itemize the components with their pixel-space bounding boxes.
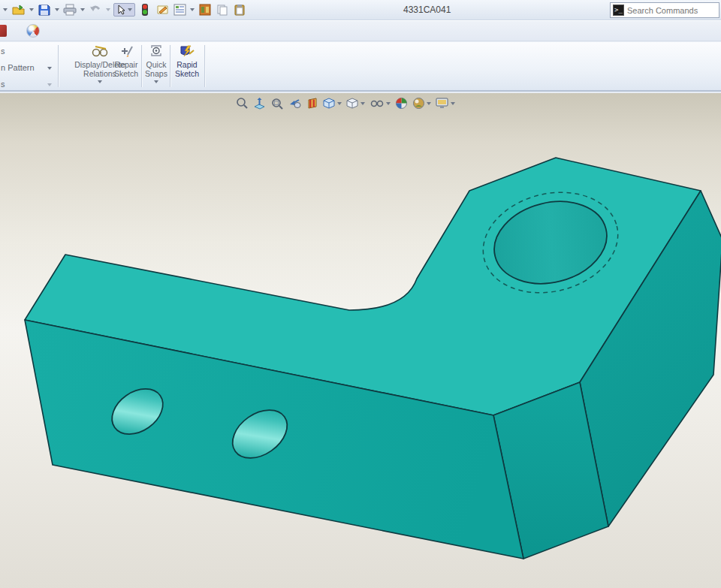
cursor-arrow-icon: [116, 5, 125, 15]
snap-target-icon: [149, 44, 164, 59]
glasses-pencil-icon: [91, 44, 109, 59]
ribbon-separator: [170, 45, 170, 87]
part-3d-view[interactable]: [0, 93, 721, 588]
hide-show-items-button[interactable]: [370, 97, 391, 110]
print-icon[interactable]: [62, 2, 77, 17]
save-icon[interactable]: [37, 2, 52, 17]
part-body[interactable]: [25, 158, 721, 559]
render-sphere-icon[interactable]: [26, 24, 40, 38]
ribbon-separator: [141, 45, 142, 87]
title-bar: 4331CA041 >_: [0, 0, 721, 20]
quick-snaps-dropdown[interactable]: [154, 80, 158, 83]
lightning-pencil-icon: [179, 44, 195, 59]
button-label: Sketch: [114, 69, 138, 78]
command-prompt-icon: >_: [613, 5, 624, 16]
save-dropdown[interactable]: [54, 2, 60, 17]
design-library-list-icon[interactable]: [172, 2, 187, 17]
rapid-sketch-button[interactable]: Rapid Sketch: [171, 44, 203, 89]
apply-scene-button[interactable]: [412, 97, 431, 110]
undo-icon[interactable]: [88, 2, 103, 17]
select-cursor-tool[interactable]: [113, 3, 135, 17]
button-label: Rapid: [176, 60, 197, 69]
sketch-ribbon: s n Pattern s Display/Delete Relations R…: [0, 42, 721, 92]
view-settings-dropdown[interactable]: [451, 102, 455, 105]
apply-scene-dropdown[interactable]: [427, 102, 431, 105]
ribbon-separator: [58, 45, 59, 87]
paste-icon[interactable]: [232, 2, 247, 17]
search-commands-box[interactable]: >_: [610, 2, 719, 18]
commandmanager-tab-row: [0, 20, 721, 41]
clipped-red-document-icon[interactable]: [0, 25, 7, 37]
previous-view-button[interactable]: [288, 97, 302, 110]
print-dropdown[interactable]: [80, 2, 86, 17]
section-view-button[interactable]: [306, 97, 318, 110]
open-folder-icon[interactable]: [11, 2, 26, 17]
open-dropdown[interactable]: [29, 2, 35, 17]
button-label: Sketch: [175, 69, 199, 78]
toolbox-icon[interactable]: [198, 2, 213, 17]
button-label: Repair: [115, 60, 138, 69]
clipped-label-1: s: [1, 47, 5, 56]
zoom-to-fit-button[interactable]: [236, 97, 249, 110]
plus-pencil-icon: [118, 44, 134, 59]
search-commands-input[interactable]: [627, 6, 702, 15]
undo-dropdown[interactable]: [105, 2, 111, 17]
quick-snaps-button[interactable]: Quick Snaps: [143, 44, 170, 89]
overflow-chevron-icon[interactable]: [2, 2, 9, 17]
copy-icon[interactable]: [215, 2, 230, 17]
button-label: Snaps: [145, 69, 167, 78]
button-label: Quick: [146, 60, 167, 69]
ribbon-separator: [204, 45, 205, 87]
zoom-to-area-button[interactable]: [270, 97, 283, 110]
display-style-dropdown[interactable]: [360, 102, 365, 105]
pattern-dropdown[interactable]: [47, 67, 52, 70]
view-orientation-button[interactable]: [323, 97, 342, 110]
hide-show-dropdown[interactable]: [386, 102, 391, 105]
view-orientation-dropdown[interactable]: [337, 102, 342, 105]
display-style-button[interactable]: [346, 97, 365, 110]
document-title: 4331CA041: [403, 5, 451, 15]
heads-up-view-toolbar: [236, 97, 455, 110]
normal-to-button[interactable]: [253, 97, 266, 110]
entities-dropdown[interactable]: [47, 83, 52, 86]
clipped-label-2: n Pattern: [1, 63, 35, 72]
clipped-label-3: s: [1, 80, 5, 89]
list-dropdown[interactable]: [189, 2, 195, 17]
relations-dropdown[interactable]: [98, 80, 102, 83]
edit-appearance-button[interactable]: [395, 97, 408, 110]
graphics-viewport[interactable]: [0, 93, 721, 588]
comment-note-icon[interactable]: [155, 2, 170, 17]
solidworks-window: 4331CA041 >_ s n Pattern s Display/Delet…: [0, 0, 721, 588]
view-settings-button[interactable]: [436, 97, 455, 110]
repair-sketch-button[interactable]: Repair Sketch: [111, 44, 141, 89]
traffic-light-icon[interactable]: [137, 2, 152, 17]
select-dropdown: [128, 8, 132, 11]
